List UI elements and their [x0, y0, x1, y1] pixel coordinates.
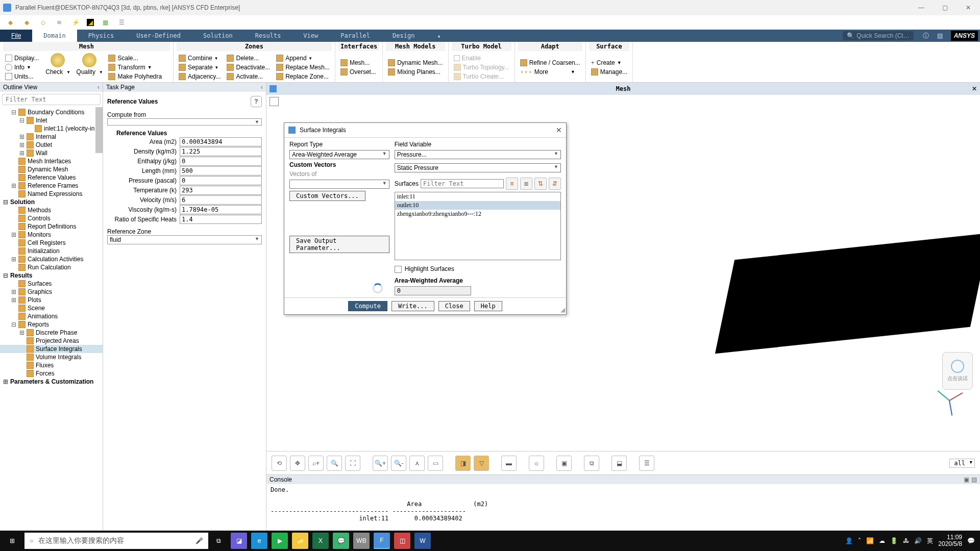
tree-item[interactable]: Volume Integrals — [0, 353, 103, 361]
maximize-button[interactable]: ▢ — [933, 0, 957, 15]
qat-icon-5[interactable]: ⚡ — [70, 17, 81, 28]
tool-shade1[interactable]: ◨ — [455, 456, 471, 471]
tool-light[interactable]: ☼ — [529, 456, 544, 471]
tool-ortho[interactable]: ▭ — [428, 456, 443, 471]
tool-cube[interactable]: ▣ — [556, 456, 572, 471]
tool-chart[interactable]: ⬓ — [611, 456, 627, 471]
rib-combine[interactable]: Combine ▾ — [177, 54, 223, 62]
tree-item[interactable]: Cell Registers — [0, 239, 103, 247]
tray-vol-icon[interactable]: 🔊 — [914, 537, 922, 544]
tree-item[interactable]: Dynamic Mesh — [0, 165, 103, 173]
tree-item[interactable]: ⊟Boundary Conditions — [0, 108, 103, 116]
tree-item[interactable]: Controls — [0, 214, 103, 222]
save-output-button[interactable]: Save Output Parameter... — [289, 236, 389, 253]
rib-delete[interactable]: Delete... — [225, 54, 272, 62]
info-icon[interactable]: ⓘ — [919, 32, 933, 40]
tool-zoom-out[interactable]: 🔍- — [391, 456, 406, 471]
tb-app-2[interactable]: ▶ — [272, 533, 288, 549]
tree-item[interactable]: ⊞Discrete Phase — [0, 329, 103, 337]
tree-item[interactable]: Run Calculation — [0, 263, 103, 271]
ref-input[interactable] — [180, 137, 262, 146]
tb-wb[interactable]: WB — [353, 533, 370, 549]
tree-item[interactable]: Surfaces — [0, 280, 103, 288]
tree-item[interactable]: ⊞Internal — [0, 133, 103, 141]
filter-btn-1[interactable]: ≡ — [506, 178, 518, 190]
rib-mixing-planes[interactable]: Mixing Planes... — [386, 68, 445, 76]
rib-quality[interactable]: Quality ▾ — [75, 52, 104, 82]
tray-ime[interactable]: 英 — [927, 537, 933, 545]
ref-input[interactable] — [180, 157, 262, 166]
start-button[interactable]: ⊞ — [0, 531, 24, 551]
rib-polyhedra[interactable]: Make Polyhedra — [106, 72, 164, 81]
field-sub-select[interactable]: Static Pressure — [395, 163, 561, 172]
tray-net-icon[interactable]: 🖧 — [903, 537, 909, 544]
rib-append[interactable]: Append ▾ — [274, 54, 332, 62]
help-button[interactable]: ? — [251, 96, 262, 107]
rib-replace-zone[interactable]: Replace Zone... — [274, 72, 332, 81]
ref-input[interactable] — [180, 205, 262, 214]
layout-icon[interactable]: ▤ — [933, 32, 947, 39]
qat-icon-7[interactable]: ▦ — [100, 17, 110, 28]
tree-item[interactable]: inlet:11 (velocity-in — [0, 124, 103, 133]
tree-item[interactable]: Mesh Interfaces — [0, 157, 103, 165]
help-button-dlg[interactable]: Help — [474, 301, 502, 311]
tb-explorer[interactable]: 📁 — [292, 533, 308, 549]
tb-wechat[interactable]: 💬 — [333, 533, 349, 549]
rib-more[interactable]: ∘∘∘More ▼ — [518, 68, 582, 76]
tree-item[interactable]: ⊞Graphics — [0, 288, 103, 296]
console-max[interactable]: ▣ — [964, 476, 969, 483]
tree-item[interactable]: ⊟Results — [0, 271, 103, 280]
tree-item[interactable]: Reference Values — [0, 173, 103, 182]
tray-clock[interactable]: 11:092020/5/8 — [938, 534, 962, 547]
rib-deactivate[interactable]: Deactivate... — [225, 63, 272, 71]
tree-item[interactable]: Scene — [0, 304, 103, 312]
tool-list[interactable]: ☰ — [639, 456, 654, 471]
report-type-select[interactable]: Area-Weighted Average — [289, 150, 389, 159]
tree-item[interactable]: Forces — [0, 369, 103, 378]
outline-scrollbar[interactable] — [95, 107, 103, 153]
tree-item[interactable]: ⊞Reference Frames — [0, 182, 103, 190]
surface-option[interactable]: outlet:10 — [395, 201, 560, 210]
tool-zoom-box[interactable]: ⌕+ — [308, 456, 324, 471]
tree-item[interactable]: ⊞Parameters & Customization — [0, 378, 103, 386]
tool-zoom-in[interactable]: 🔍+ — [373, 456, 388, 471]
ref-zone-select[interactable]: fluid — [107, 235, 262, 244]
surfaces-listbox[interactable]: inlet:11outlet:10zhengxianbo9:zhengxianb… — [395, 192, 561, 260]
tree-item[interactable]: Animations — [0, 312, 103, 320]
rib-separate[interactable]: Separate ▾ — [177, 63, 223, 71]
viewport-close[interactable]: ✕ — [972, 85, 977, 92]
tray-up-icon[interactable]: ˄ — [858, 537, 861, 544]
console-output[interactable]: Done. Area (m2) ------------------------… — [266, 484, 980, 531]
tool-legend[interactable]: ▬ — [501, 456, 517, 471]
tab-user-defined[interactable]: User-Defined — [125, 30, 192, 42]
tab-view[interactable]: View — [292, 30, 329, 42]
surface-option[interactable]: zhengxianbo9:zhengxianbo9---:12 — [395, 210, 560, 218]
filter-btn-4[interactable]: ⇵ — [549, 178, 561, 190]
tree-item[interactable]: ⊞Monitors — [0, 231, 103, 239]
rib-replace-mesh[interactable]: Replace Mesh... — [274, 63, 332, 71]
viewport-layout-icon[interactable] — [270, 97, 279, 106]
compute-button[interactable]: Compute — [348, 301, 387, 311]
close-button-dlg[interactable]: Close — [438, 301, 470, 311]
ref-input[interactable] — [180, 176, 262, 185]
tb-app-1[interactable]: ◪ — [231, 533, 247, 549]
resize-grip-icon[interactable]: ◢ — [560, 306, 565, 313]
surface-display-select[interactable]: all — [949, 459, 975, 468]
tb-app-3[interactable]: ◫ — [394, 533, 410, 549]
close-button[interactable]: ✕ — [957, 0, 980, 15]
qat-icon-1[interactable]: ◆ — [5, 17, 15, 28]
rib-dynamic-mesh[interactable]: Dynamic Mesh... — [386, 59, 445, 67]
tree-item[interactable]: Report Definitions — [0, 222, 103, 231]
rib-refine[interactable]: Refine / Coarsen... — [518, 59, 582, 67]
task-page-collapse[interactable]: ‹ — [261, 84, 263, 91]
rib-activate[interactable]: Activate... — [225, 72, 272, 81]
tree-item[interactable]: Projected Areas — [0, 337, 103, 345]
tree-item[interactable]: ⊞Calculation Activities — [0, 255, 103, 263]
tb-edge[interactable]: e — [251, 533, 267, 549]
filter-btn-3[interactable]: ⇅ — [534, 178, 547, 190]
windows-search[interactable]: ○ 在这里输入你要搜索的内容 🎤 — [24, 533, 208, 549]
tool-zoom[interactable]: 🔍 — [327, 456, 342, 471]
tb-excel[interactable]: X — [312, 533, 329, 549]
qat-icon-6[interactable]: ◢ — [87, 19, 94, 26]
tray-notifications-icon[interactable]: 💬 — [967, 537, 975, 544]
